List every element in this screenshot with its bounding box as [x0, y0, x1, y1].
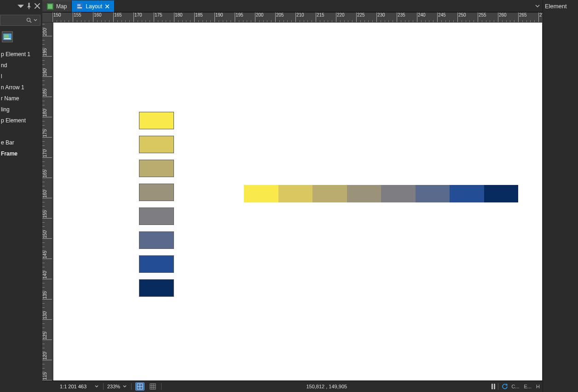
tab-label: Layout [86, 3, 102, 10]
tree-item[interactable]: e Bar [0, 137, 42, 148]
zoom-control[interactable]: 233% [107, 384, 127, 389]
tab-label: Map [56, 3, 67, 10]
search-input[interactable] [0, 15, 40, 26]
svg-rect-9 [77, 7, 82, 8]
scale-control[interactable] [60, 382, 99, 391]
tab-close-icon[interactable] [105, 4, 110, 9]
tab-layout[interactable]: Layout [72, 0, 115, 12]
search-dropdown-icon[interactable] [34, 17, 37, 23]
layout-thumbnail-icon[interactable] [2, 31, 13, 42]
panel-header [0, 0, 42, 12]
zoom-value: 233% [107, 384, 120, 389]
legend-swatch[interactable] [244, 185, 278, 202]
legend-vertical[interactable] [139, 112, 174, 297]
legend-swatch[interactable] [139, 208, 174, 225]
status-extra[interactable]: E... [524, 384, 532, 389]
legend-swatch[interactable] [139, 136, 174, 153]
tab-map[interactable]: Map [42, 0, 72, 12]
scale-dropdown-icon[interactable] [94, 384, 99, 389]
layout-canvas[interactable] [52, 23, 543, 380]
panel-title: Element [545, 3, 567, 10]
legend-swatch[interactable] [312, 185, 347, 202]
legend-swatch[interactable] [139, 255, 174, 273]
legend-swatch[interactable] [139, 184, 174, 201]
legend-swatch[interactable] [139, 112, 174, 129]
separator [131, 383, 132, 390]
tree-item[interactable]: n Arrow 1 [0, 82, 42, 93]
center-area: Map Layout 15015516016517017518018519019… [42, 0, 543, 392]
view-tabstrip: Map Layout [42, 0, 543, 12]
ruler-horizontal[interactable]: 1501551601651701751801851901952002052102… [52, 12, 543, 23]
svg-rect-6 [48, 4, 52, 9]
legend-swatch[interactable] [450, 185, 484, 202]
search-row [0, 12, 42, 29]
tree-item-selected[interactable]: Frame [0, 148, 42, 159]
tree-item[interactable]: p Element 1 [0, 49, 42, 60]
status-bar: 233% 150,812 , 149,905 C... E... [42, 380, 543, 392]
element-panel: Element [543, 0, 578, 392]
panel-menu-icon[interactable] [17, 3, 24, 9]
contents-panel: p Element 1 nd l n Arrow 1 r Name ling p… [0, 0, 42, 392]
tree-item[interactable]: l [0, 71, 42, 82]
legend-swatch[interactable] [139, 231, 174, 249]
svg-rect-13 [150, 384, 156, 389]
status-extras: C... E... H [511, 384, 540, 389]
status-extra[interactable]: H [536, 384, 540, 389]
tab-overflow-icon[interactable] [534, 3, 541, 9]
svg-rect-3 [4, 35, 9, 38]
ruler-corner [42, 12, 52, 23]
separator [161, 383, 162, 390]
tree-item[interactable]: p Element [0, 115, 42, 126]
cursor-coordinates: 150,812 , 149,905 [165, 384, 488, 389]
legend-swatch[interactable] [484, 185, 519, 202]
separator [498, 383, 498, 390]
layout-workarea: 1501551601651701751801851901952002052102… [42, 12, 543, 380]
status-extra[interactable]: C... [511, 384, 519, 389]
legend-horizontal[interactable] [244, 185, 518, 202]
tree-item[interactable]: ling [0, 104, 42, 115]
legend-swatch[interactable] [139, 160, 174, 177]
tree-item[interactable]: nd [0, 60, 42, 71]
close-icon[interactable] [34, 3, 40, 9]
snap-mode-1-button[interactable] [135, 382, 144, 391]
scale-input[interactable] [60, 382, 92, 391]
search-icon [26, 17, 32, 23]
svg-line-1 [30, 21, 31, 23]
zoom-dropdown-icon[interactable] [122, 384, 127, 389]
pause-draw-button[interactable] [491, 384, 495, 389]
tree-item[interactable] [0, 126, 42, 137]
snap-mode-2-button[interactable] [148, 382, 157, 391]
legend-swatch[interactable] [278, 185, 313, 202]
legend-swatch[interactable] [139, 279, 174, 297]
svg-point-0 [27, 18, 30, 22]
legend-swatch[interactable] [416, 185, 450, 202]
legend-swatch[interactable] [347, 185, 381, 202]
layout-page[interactable] [53, 23, 542, 380]
refresh-button[interactable] [501, 383, 509, 390]
tree-item[interactable]: r Name [0, 93, 42, 104]
svg-rect-8 [77, 4, 81, 6]
ruler-vertical[interactable]: 1151201251301351401451501551601651701751… [42, 23, 52, 380]
pin-icon[interactable] [26, 3, 32, 9]
layout-icon [76, 3, 83, 10]
map-icon [47, 3, 53, 10]
contents-tree: p Element 1 nd l n Arrow 1 r Name ling p… [0, 49, 42, 392]
legend-swatch[interactable] [381, 185, 416, 202]
separator [103, 383, 104, 390]
svg-rect-4 [4, 38, 11, 39]
